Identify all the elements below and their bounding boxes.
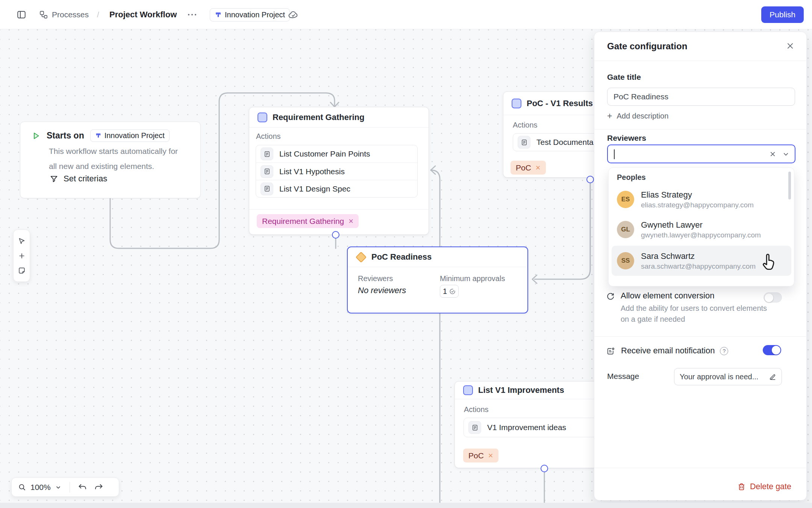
- start-card-title: Starts on: [47, 131, 84, 141]
- topbar: Processes / Project Workflow Innovation …: [0, 0, 812, 29]
- tag-poc[interactable]: PoC ×: [511, 161, 546, 175]
- sticky-note-tool[interactable]: [18, 266, 26, 275]
- actions-label: Actions: [513, 121, 538, 129]
- start-project-tag-label: Innovation Project: [105, 131, 165, 140]
- gate-title-input[interactable]: [607, 88, 795, 106]
- reviewers-value: No reviewers: [358, 286, 406, 295]
- tag-remove-icon[interactable]: ×: [488, 451, 493, 461]
- dropdown-group-label: Peoples: [617, 173, 646, 182]
- block-type-icon: [258, 113, 267, 122]
- divider: [70, 482, 70, 493]
- plus-icon: +: [607, 111, 612, 121]
- breadcrumb-separator: /: [97, 11, 99, 19]
- email-notification-icon: [606, 347, 615, 356]
- publish-button[interactable]: Publish: [761, 6, 804, 23]
- sidebar-toggle-icon[interactable]: [17, 10, 26, 20]
- cloud-sync-icon: [288, 10, 299, 20]
- page-title: Project Workflow: [109, 10, 177, 20]
- start-project-tag[interactable]: Innovation Project: [90, 129, 170, 142]
- pencil-icon: [769, 373, 776, 380]
- project-icon: [215, 11, 222, 18]
- add-node-tool[interactable]: [18, 252, 26, 260]
- person-option-sara[interactable]: SS Sara Schwartz sara.schwartz@happycomp…: [612, 246, 791, 276]
- min-approvals-badge[interactable]: 1: [440, 285, 459, 298]
- processes-icon: [39, 10, 48, 19]
- gate-configuration-panel: Gate configuration Gate title + Add desc…: [594, 32, 807, 500]
- project-tag-badge[interactable]: Innovation Project: [210, 8, 290, 21]
- clear-icon[interactable]: [769, 151, 776, 158]
- document-icon: [261, 148, 273, 160]
- reviewers-combobox[interactable]: [607, 144, 795, 163]
- canvas-zoom-controls: 100%: [11, 478, 119, 497]
- output-port[interactable]: [586, 176, 594, 183]
- node-gate-poc-readiness[interactable]: PoC Readiness Reviewers No reviewers Min…: [347, 246, 528, 313]
- tag-remove-icon[interactable]: ×: [348, 216, 353, 226]
- select-cursor-tool[interactable]: [18, 237, 26, 245]
- more-menu-button[interactable]: [188, 0, 196, 29]
- workflow-builder-app: Processes / Project Workflow Innovation …: [0, 0, 812, 508]
- person-option-elias[interactable]: ES Elias Strategy elias.strategy@happyco…: [612, 184, 791, 214]
- check-circle-icon: [449, 288, 456, 295]
- output-port[interactable]: [541, 465, 548, 472]
- email-notification-title: Receive email notification: [621, 346, 715, 356]
- add-description-button[interactable]: + Add description: [607, 111, 668, 121]
- filter-icon: [50, 175, 58, 183]
- help-icon[interactable]: ?: [720, 347, 728, 355]
- reviewers-dropdown: Peoples ES Elias Strategy elias.strategy…: [608, 167, 794, 286]
- node-title: PoC - V1 Results: [527, 99, 593, 108]
- node-requirement-gathering[interactable]: Requirement Gathering Actions List Custo…: [249, 107, 429, 235]
- conversion-toggle[interactable]: [764, 292, 782, 303]
- document-icon: [518, 136, 530, 149]
- person-option-gwyneth[interactable]: GL Gwyneth Lawyer gwyneth.lawyer@happyco…: [612, 214, 791, 245]
- canvas-toolbar: [13, 230, 30, 282]
- min-approvals-label: Minimum approvals: [440, 274, 505, 283]
- node-title: PoC Readiness: [371, 252, 432, 262]
- start-card-description: This workflow starts automatically for a…: [49, 144, 178, 174]
- document-icon: [261, 165, 273, 178]
- chevron-down-icon[interactable]: [782, 151, 789, 158]
- email-notification-toggle[interactable]: [763, 345, 781, 355]
- ellipsis-icon: [188, 14, 196, 15]
- close-icon[interactable]: [786, 42, 794, 50]
- action-item[interactable]: List Customer Pain Points: [256, 145, 417, 163]
- tag-remove-icon[interactable]: ×: [536, 163, 541, 173]
- delete-gate-button[interactable]: Delete gate: [738, 482, 791, 491]
- undo-icon[interactable]: [78, 484, 87, 491]
- canvas-bottom-edge: [0, 503, 812, 508]
- tag-requirement-gathering[interactable]: Requirement Gathering ×: [257, 214, 359, 228]
- node-title: Requirement Gathering: [273, 113, 364, 122]
- message-label: Message: [607, 372, 639, 381]
- set-criterias-button[interactable]: Set criterias: [50, 174, 107, 184]
- chevron-down-icon[interactable]: [55, 484, 61, 490]
- project-tag-label: Innovation Project: [225, 11, 285, 19]
- action-item[interactable]: V1 Improvement ideas: [464, 418, 616, 437]
- project-icon: [95, 132, 102, 139]
- panel-title: Gate configuration: [607, 41, 687, 52]
- text-caret: [614, 149, 615, 159]
- trash-icon: [738, 483, 745, 491]
- zoom-level[interactable]: 100%: [30, 483, 51, 492]
- conversion-title: Allow element conversion: [621, 291, 767, 301]
- action-item[interactable]: List V1 Hypothesis: [256, 163, 417, 180]
- breadcrumb-processes[interactable]: Processes: [39, 0, 89, 29]
- conversion-description: Add the ability for users to convert ele…: [621, 303, 767, 325]
- avatar: ES: [617, 191, 634, 208]
- convert-refresh-icon: [606, 292, 615, 301]
- node-title: List V1 Improvements: [478, 385, 564, 395]
- action-item[interactable]: List V1 Design Spec: [256, 180, 417, 197]
- avatar: GL: [617, 221, 634, 238]
- dropdown-scrollbar[interactable]: [788, 172, 791, 199]
- message-edit-button[interactable]: Your approval is need...: [674, 368, 782, 385]
- start-trigger-card[interactable]: Starts on Innovation Project This workfl…: [20, 122, 201, 198]
- zoom-magnifier-icon: [18, 484, 26, 491]
- breadcrumb-label: Processes: [52, 10, 89, 19]
- redo-icon[interactable]: [94, 484, 103, 491]
- tag-poc[interactable]: PoC ×: [463, 449, 498, 462]
- node-list-v1-improvements[interactable]: List V1 Improvements Actions V1 Improvem…: [454, 381, 617, 468]
- document-icon: [468, 421, 481, 434]
- gate-title-label: Gate title: [607, 73, 641, 82]
- output-port[interactable]: [332, 231, 339, 239]
- gate-diamond-icon: [356, 251, 367, 263]
- actions-label: Actions: [464, 405, 489, 414]
- document-icon: [261, 183, 273, 195]
